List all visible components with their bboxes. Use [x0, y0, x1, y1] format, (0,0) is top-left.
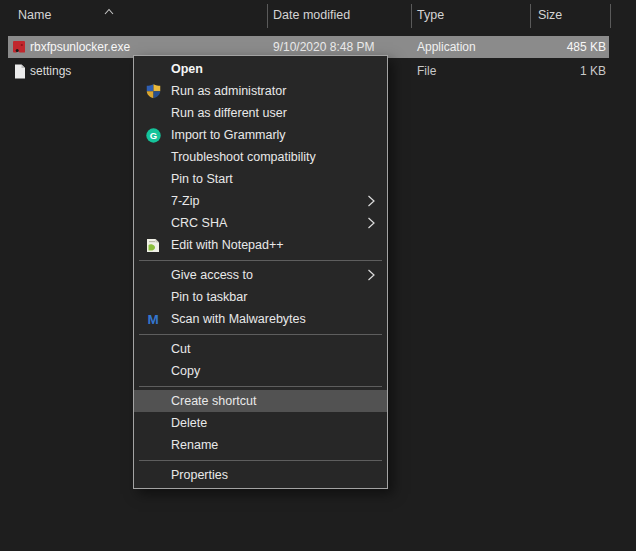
column-header-type[interactable]: Type — [417, 0, 444, 30]
submenu-chevron-icon — [367, 269, 375, 284]
exe-file-icon — [11, 39, 27, 55]
menu-item-copy[interactable]: Copy — [134, 360, 387, 382]
menu-item-properties[interactable]: Properties — [134, 464, 387, 486]
menu-item-run-as-administrator[interactable]: Run as administrator — [134, 80, 387, 102]
malwarebytes-icon: M — [145, 311, 161, 327]
menu-item-label: CRC SHA — [171, 216, 227, 230]
file-explorer-window: Name Date modified Type Size rbxfpsunloc… — [0, 0, 636, 551]
file-name: rbxfpsunlocker.exe — [30, 36, 130, 58]
menu-item-pin-to-taskbar[interactable]: Pin to taskbar — [134, 286, 387, 308]
notepad-plus-plus-icon — [145, 237, 161, 253]
file-size: 485 KB — [530, 36, 606, 58]
menu-item-label: 7-Zip — [171, 194, 199, 208]
menu-item-open[interactable]: Open — [134, 58, 387, 80]
svg-text:G: G — [149, 130, 156, 141]
menu-separator — [134, 456, 387, 464]
sort-ascending-icon — [103, 1, 115, 19]
menu-item-label: Create shortcut — [171, 394, 256, 408]
document-icon — [12, 63, 28, 79]
menu-item-label: Troubleshoot compatibility — [171, 150, 316, 164]
file-type: File — [417, 60, 436, 82]
menu-item-label: Rename — [171, 438, 218, 452]
menu-item-label: Run as different user — [171, 106, 287, 120]
context-menu: Open Run as administrator — [133, 55, 388, 489]
menu-item-7-zip[interactable]: 7-Zip — [134, 190, 387, 212]
menu-item-label: Properties — [171, 468, 228, 482]
menu-item-label: Scan with Malwarebytes — [171, 312, 306, 326]
menu-item-give-access-to[interactable]: Give access to — [134, 264, 387, 286]
menu-item-rename[interactable]: Rename — [134, 434, 387, 456]
menu-item-label: Pin to taskbar — [171, 290, 247, 304]
menu-item-label: Run as administrator — [171, 84, 286, 98]
column-divider[interactable] — [411, 4, 412, 28]
menu-item-label: Import to Grammarly — [171, 128, 286, 142]
menu-item-import-to-grammarly[interactable]: G Import to Grammarly — [134, 124, 387, 146]
uac-shield-icon — [145, 83, 161, 99]
menu-item-label: Copy — [171, 364, 200, 378]
menu-item-run-as-different-user[interactable]: Run as different user — [134, 102, 387, 124]
column-header-size[interactable]: Size — [538, 0, 562, 30]
menu-separator — [134, 330, 387, 338]
column-divider[interactable] — [267, 4, 268, 28]
file-type: Application — [417, 36, 476, 58]
menu-item-label: Edit with Notepad++ — [171, 238, 284, 252]
menu-separator — [134, 256, 387, 264]
column-divider[interactable] — [610, 4, 611, 28]
menu-item-pin-to-start[interactable]: Pin to Start — [134, 168, 387, 190]
menu-separator — [134, 382, 387, 390]
menu-item-edit-with-notepad-plus-plus[interactable]: Edit with Notepad++ — [134, 234, 387, 256]
column-header-date-modified[interactable]: Date modified — [273, 0, 350, 30]
menu-item-label: Give access to — [171, 268, 253, 282]
file-size: 1 KB — [530, 60, 606, 82]
menu-item-label: Delete — [171, 416, 207, 430]
submenu-chevron-icon — [367, 217, 375, 232]
column-divider[interactable] — [530, 4, 531, 28]
menu-item-delete[interactable]: Delete — [134, 412, 387, 434]
menu-item-label: Pin to Start — [171, 172, 233, 186]
menu-item-create-shortcut[interactable]: Create shortcut — [134, 390, 387, 412]
submenu-chevron-icon — [367, 195, 375, 210]
menu-item-troubleshoot-compatibility[interactable]: Troubleshoot compatibility — [134, 146, 387, 168]
svg-text:M: M — [147, 312, 158, 327]
menu-item-crc-sha[interactable]: CRC SHA — [134, 212, 387, 234]
menu-item-cut[interactable]: Cut — [134, 338, 387, 360]
grammarly-icon: G — [145, 127, 161, 143]
menu-item-label: Cut — [171, 342, 190, 356]
file-name[interactable]: settings — [30, 60, 71, 82]
menu-item-scan-with-malwarebytes[interactable]: M Scan with Malwarebytes — [134, 308, 387, 330]
column-header-name[interactable]: Name — [18, 0, 51, 30]
menu-item-label: Open — [171, 62, 203, 76]
